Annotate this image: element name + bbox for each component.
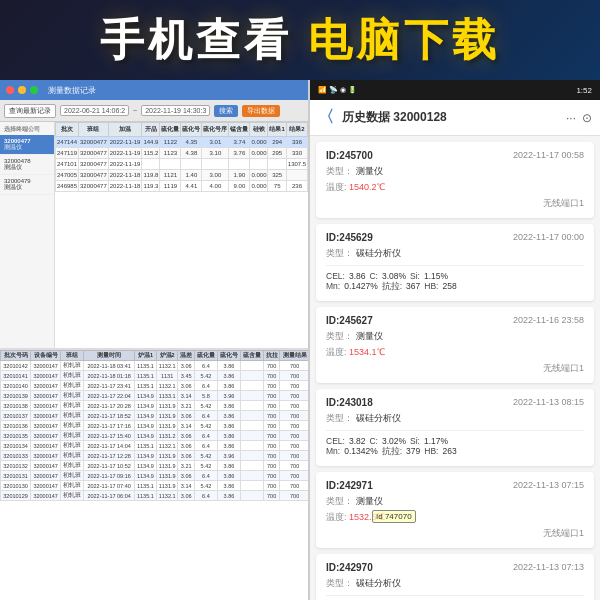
- wide-cell: 700: [263, 391, 279, 401]
- wide-col-7: 硫化量: [194, 351, 217, 361]
- wide-cell: 32010130: [1, 481, 31, 491]
- cell: [181, 159, 202, 170]
- wide-cell: 1135.1: [135, 371, 157, 381]
- c-label-1: C:: [369, 271, 378, 281]
- wide-cell: 32000147: [31, 391, 61, 401]
- wide-cell: 700: [280, 401, 310, 411]
- wide-col-11: 测量结果: [280, 351, 310, 361]
- wide-cell: 32010141: [1, 371, 31, 381]
- wide-cell: 32000147: [31, 491, 61, 501]
- window-close-dot[interactable]: [6, 86, 14, 94]
- wide-table-row: 3201014232000147初轧班2022-11-18 03:411135.…: [1, 361, 310, 371]
- wide-table-row: 3201012932000147初轧班2022-11-17 06:041135.…: [1, 491, 310, 501]
- wide-table-row: 3201013232000147初轧班2022-11-17 10:521134.…: [1, 461, 310, 471]
- wide-table-row: 3201013532000147初轧班2022-11-17 15:401134.…: [1, 431, 310, 441]
- record-datetime-4: 2022-11-13 07:15: [513, 480, 584, 490]
- cell: 247144: [56, 137, 79, 148]
- card-header-1: ID:245629 2022-11-17 00:00: [326, 232, 584, 243]
- wide-cell: 1131.2: [156, 431, 178, 441]
- wide-cell: 1134.9: [135, 451, 157, 461]
- back-button[interactable]: 〈: [318, 107, 334, 128]
- sidebar-item-1[interactable]: 32000478 测温仪: [0, 155, 54, 175]
- wide-cell: 32000147: [31, 371, 61, 381]
- wide-cell: 700: [280, 421, 310, 431]
- desktop-window-header: 测量数据记录: [0, 80, 310, 100]
- cell: 247005: [56, 170, 79, 181]
- wide-cell: 初轧班: [61, 431, 84, 441]
- wide-cell: 2022-11-17 23:41: [84, 381, 135, 391]
- wide-cell: 700: [280, 461, 310, 471]
- si-label-3: Si:: [410, 436, 420, 446]
- sidebar-name-0: 测温仪: [4, 144, 50, 151]
- table-row: 247144 32000477 2022-11-19 144.9 1122 4.…: [56, 137, 311, 148]
- sidebar-item-0[interactable]: 32000477 测温仪: [0, 135, 54, 155]
- wide-cell: 32010129: [1, 491, 31, 501]
- cell: 325: [268, 170, 286, 181]
- cell: 2022-11-18: [108, 181, 142, 192]
- col-header-0: 批次: [56, 123, 79, 137]
- sidebar-item-2[interactable]: 32000479 测温仪: [0, 175, 54, 195]
- wide-cell: 32010134: [1, 441, 31, 451]
- cell: 330: [286, 148, 307, 159]
- mn-val-3: 0.1342%: [344, 446, 378, 458]
- wide-cell: 700: [263, 381, 279, 391]
- mobile-record-card-1[interactable]: ID:245629 2022-11-17 00:00 类型： 碳硅分析仪 CEL…: [316, 224, 594, 301]
- card-details-1: CEL: 3.86 C: 3.08% Si: 1.15%: [326, 271, 584, 281]
- more-options-icon[interactable]: ···: [566, 111, 576, 125]
- table-row: 247005 32000477 2022-11-18 119.8 1121 1.…: [56, 170, 311, 181]
- cel-label-3: CEL:: [326, 436, 345, 446]
- window-maximize-dot[interactable]: [30, 86, 38, 94]
- wide-cell: 700: [263, 461, 279, 471]
- cell: [268, 159, 286, 170]
- wide-cell: 1132.1: [156, 491, 178, 501]
- wide-table-row: 3201013832000147初轧班2022-11-17 20:281134.…: [1, 401, 310, 411]
- mobile-record-card-4[interactable]: ID:242971 2022-11-13 07:15 类型： 测量仪 温度: 1…: [316, 472, 594, 548]
- mobile-record-card-3[interactable]: ID:243018 2022-11-13 08:15 类型： 碳硅分析仪 CEL…: [316, 389, 594, 466]
- wide-cell: 700: [263, 411, 279, 421]
- sidebar-label: 选择终端公司: [0, 122, 54, 135]
- cell: 3.10: [202, 148, 229, 159]
- wide-cell: 700: [280, 431, 310, 441]
- mobile-record-card-5[interactable]: ID:242970 2022-11-13 07:13 类型： 碳硅分析仪 CEL…: [316, 554, 594, 600]
- wide-cell: 2022-11-17 09:16: [84, 471, 135, 481]
- export-button[interactable]: 导出数据: [242, 105, 280, 117]
- wide-cell: 3.86: [217, 471, 240, 481]
- wide-cell: 1131.9: [156, 401, 178, 411]
- wide-cell: 3.06: [178, 491, 194, 501]
- settings-icon[interactable]: ⊙: [582, 111, 592, 125]
- mobile-record-card-0[interactable]: ID:245700 2022-11-17 00:58 类型： 测量仪 温度: 1…: [316, 142, 594, 218]
- col-header-5: 硫化号: [181, 123, 202, 137]
- cell: 119.8: [142, 170, 160, 181]
- wide-data-table: 批次号码 设备编号 班组 测量时间 炉温1 炉温2 温差 硫化量 硫化号 硫含量…: [0, 350, 310, 501]
- wide-cell: 5.42: [194, 371, 217, 381]
- mobile-status-left: 📶 📡 ◉ 🔋: [318, 86, 357, 94]
- wide-cell: 1131: [156, 371, 178, 381]
- wide-cell: 700: [263, 421, 279, 431]
- wide-cell: 1131.9: [156, 461, 178, 471]
- mobile-time: 1:52: [576, 86, 592, 95]
- wide-cell: 700: [263, 481, 279, 491]
- mobile-record-card-2[interactable]: ID:245627 2022-11-16 23:58 类型： 测量仪 温度: 1…: [316, 307, 594, 383]
- wide-cell: 32000147: [31, 481, 61, 491]
- wide-cell: 3.96: [217, 391, 240, 401]
- card-temp-4: 温度: 1532.5℃: [326, 511, 584, 524]
- search-button[interactable]: 搜索: [214, 105, 238, 117]
- si-val-1: 1.15%: [424, 271, 448, 281]
- cell: [202, 159, 229, 170]
- temp-value-4: 1532.5℃: [349, 512, 385, 522]
- wide-cell: 700: [280, 451, 310, 461]
- card-type-1: 类型： 碳硅分析仪: [326, 247, 584, 260]
- window-minimize-dot[interactable]: [18, 86, 26, 94]
- cell: 3.74: [229, 137, 250, 148]
- query-latest-button[interactable]: 查询最新记录: [4, 104, 56, 118]
- cell: 3.01: [202, 137, 229, 148]
- mobile-records-list[interactable]: ID:245700 2022-11-17 00:58 类型： 测量仪 温度: 1…: [310, 136, 600, 600]
- card-details-3: CEL: 3.82 C: 3.02% Si: 1.17%: [326, 436, 584, 446]
- wide-cell: 2022-11-17 17:16: [84, 421, 135, 431]
- col-header-8: 硅铁: [250, 123, 268, 137]
- wide-cell: 32010139: [1, 391, 31, 401]
- cell: 2022-11-19: [108, 137, 142, 148]
- banner-title: 手机查看 电脑下载: [100, 11, 500, 70]
- wide-cell: 3.86: [217, 461, 240, 471]
- cell: 1.40: [181, 170, 202, 181]
